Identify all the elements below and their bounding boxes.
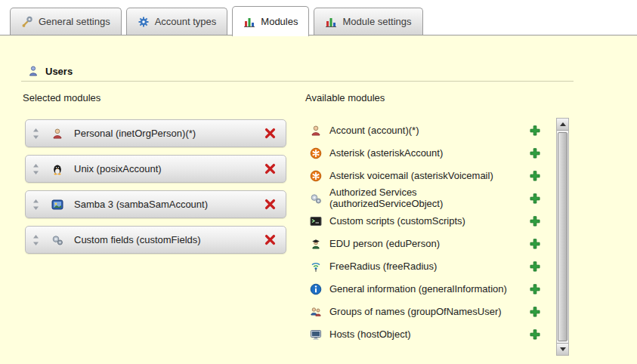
tab-label: General settings bbox=[39, 16, 110, 27]
selected-modules-heading: Selected modules bbox=[23, 92, 100, 103]
available-modules-scrollbar[interactable] bbox=[556, 118, 569, 356]
tab-modules[interactable]: Modules bbox=[232, 6, 309, 36]
tab-label: Module settings bbox=[342, 16, 411, 27]
module-label: Custom scripts (customScripts) bbox=[329, 216, 465, 227]
modules-config-page: General settings Account types Modules M… bbox=[0, 0, 637, 364]
tab-account-types[interactable]: Account types bbox=[126, 8, 228, 35]
asterisk-icon bbox=[310, 147, 322, 159]
info-icon bbox=[310, 283, 322, 295]
available-module-row: Asterisk (asteriskAccount) bbox=[305, 142, 556, 165]
add-icon[interactable] bbox=[529, 238, 541, 250]
add-icon[interactable] bbox=[529, 125, 541, 137]
module-label: Personal (inetOrgPerson)(*) bbox=[74, 128, 264, 139]
module-label: General information (generalInformation) bbox=[329, 284, 507, 295]
scroll-up-button[interactable] bbox=[557, 119, 568, 131]
group-icon bbox=[310, 306, 322, 318]
selected-module-row[interactable]: Samba 3 (sambaSamAccount) bbox=[25, 190, 286, 218]
triangle-down-icon bbox=[560, 347, 566, 351]
available-module-row: Groups of names (groupOfNamesUser) bbox=[305, 301, 556, 323]
tab-general-settings[interactable]: General settings bbox=[10, 8, 122, 35]
add-icon[interactable] bbox=[529, 261, 541, 273]
add-icon[interactable] bbox=[529, 147, 541, 159]
section-title: Users bbox=[45, 66, 73, 77]
delete-icon[interactable] bbox=[264, 198, 277, 211]
tab-bar: General settings Account types Modules M… bbox=[10, 6, 423, 36]
available-module-row: Authorized Services (authorizedServiceOb… bbox=[305, 187, 556, 210]
selected-module-row[interactable]: Unix (posixAccount) bbox=[25, 155, 286, 183]
available-module-row: General information (generalInformation) bbox=[305, 278, 556, 301]
available-modules-list: Account (account)(*) Asterisk (asteriskA… bbox=[305, 119, 556, 346]
monitor-icon bbox=[310, 329, 322, 341]
available-module-row: Hosts (hostObject) bbox=[305, 323, 556, 346]
module-label: EDU person (eduPerson) bbox=[329, 239, 440, 250]
person-icon bbox=[51, 128, 63, 140]
scrollbar-thumb[interactable] bbox=[558, 132, 567, 341]
gear-icon bbox=[138, 16, 150, 28]
terminal-icon bbox=[310, 215, 322, 227]
gears-icon bbox=[310, 193, 322, 205]
tab-label: Account types bbox=[155, 16, 217, 27]
bar-chart-icon bbox=[325, 16, 337, 28]
delete-icon[interactable] bbox=[264, 127, 277, 140]
add-icon[interactable] bbox=[529, 283, 541, 295]
module-label: Samba 3 (sambaSamAccount) bbox=[74, 199, 264, 210]
module-label: Custom fields (customFields) bbox=[74, 234, 264, 245]
available-module-row: Account (account)(*) bbox=[305, 119, 556, 142]
edu-person-icon bbox=[310, 238, 322, 250]
radius-signal-icon bbox=[310, 261, 322, 273]
module-label: Hosts (hostObject) bbox=[329, 329, 411, 341]
available-modules-heading: Available modules bbox=[305, 92, 385, 103]
person-icon bbox=[310, 125, 322, 137]
scroll-down-button[interactable] bbox=[557, 343, 568, 355]
drag-handle-icon[interactable] bbox=[32, 199, 40, 211]
module-label: Authorized Services (authorizedServiceOb… bbox=[329, 187, 518, 210]
selected-module-row[interactable]: Custom fields (customFields) bbox=[25, 226, 286, 254]
add-icon[interactable] bbox=[529, 306, 541, 318]
user-icon bbox=[27, 65, 39, 77]
add-icon[interactable] bbox=[529, 193, 541, 205]
add-icon[interactable] bbox=[529, 329, 541, 341]
section-divider bbox=[21, 81, 574, 82]
add-icon[interactable] bbox=[529, 215, 541, 227]
selected-modules-list: Personal (inetOrgPerson)(*) Unix (posixA… bbox=[25, 119, 286, 261]
section-heading-users: Users bbox=[27, 65, 73, 77]
bar-chart-icon bbox=[243, 16, 255, 28]
samba-icon bbox=[51, 199, 63, 211]
module-label: Account (account)(*) bbox=[329, 125, 419, 137]
tux-icon bbox=[51, 163, 63, 175]
tab-label: Modules bbox=[261, 16, 298, 27]
available-module-row: Asterisk voicemail (asteriskVoicemail) bbox=[305, 165, 556, 187]
add-icon[interactable] bbox=[529, 170, 541, 182]
module-label: Asterisk (asteriskAccount) bbox=[329, 148, 443, 159]
drag-handle-icon[interactable] bbox=[32, 234, 40, 246]
tab-module-settings[interactable]: Module settings bbox=[314, 8, 422, 35]
delete-icon[interactable] bbox=[264, 233, 277, 246]
module-label: Unix (posixAccount) bbox=[74, 163, 264, 174]
available-module-row: EDU person (eduPerson) bbox=[305, 233, 556, 255]
selected-module-row[interactable]: Personal (inetOrgPerson)(*) bbox=[25, 119, 286, 147]
drag-handle-icon[interactable] bbox=[32, 128, 40, 140]
module-label: Asterisk voicemail (asteriskVoicemail) bbox=[329, 171, 493, 182]
available-module-row: Custom scripts (customScripts) bbox=[305, 210, 556, 233]
asterisk-icon bbox=[310, 170, 322, 182]
module-label: Groups of names (groupOfNamesUser) bbox=[329, 307, 502, 318]
gears-icon bbox=[51, 234, 63, 246]
delete-icon[interactable] bbox=[264, 162, 277, 175]
wrench-icon bbox=[21, 16, 33, 28]
available-module-row: FreeRadius (freeRadius) bbox=[305, 255, 556, 278]
drag-handle-icon[interactable] bbox=[32, 163, 40, 175]
module-label: FreeRadius (freeRadius) bbox=[329, 261, 437, 273]
triangle-up-icon bbox=[560, 122, 566, 126]
